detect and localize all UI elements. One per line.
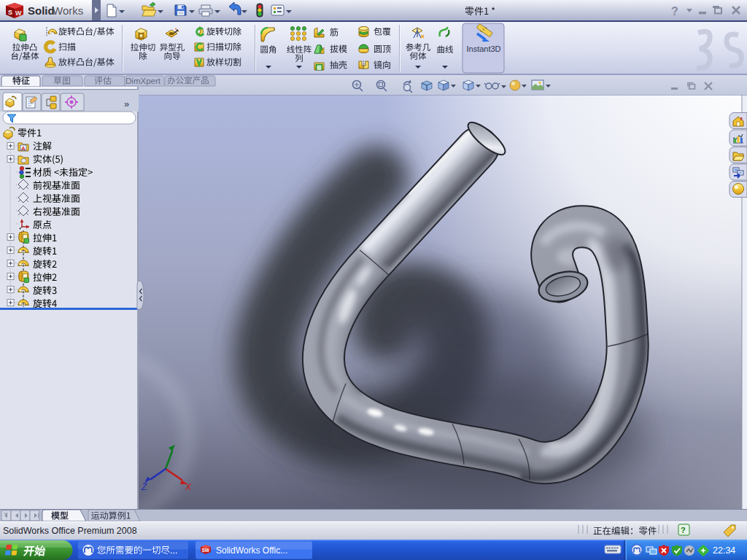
svg-text:X: X — [185, 482, 192, 492]
svg-text:Instant3D: Instant3D — [466, 44, 500, 53]
svg-text:?: ? — [681, 526, 686, 534]
svg-text:SolidWorks Offic...: SolidWorks Offic... — [216, 545, 287, 556]
svg-text:S: S — [8, 9, 12, 16]
svg-text:SolidWorks Office Premium 2008: SolidWorks Office Premium 2008 — [3, 526, 137, 536]
svg-text:22:34: 22:34 — [713, 545, 735, 556]
svg-text:Works: Works — [53, 4, 83, 17]
svg-text:?: ? — [671, 5, 678, 18]
svg-text:»: » — [124, 98, 129, 109]
svg-text:Solid: Solid — [28, 4, 55, 17]
svg-text:W: W — [15, 9, 22, 17]
svg-text:DimXpert: DimXpert — [125, 77, 161, 85]
svg-text:Z: Z — [141, 482, 147, 492]
svg-text:SW: SW — [202, 548, 210, 553]
svg-text:A: A — [21, 145, 26, 152]
